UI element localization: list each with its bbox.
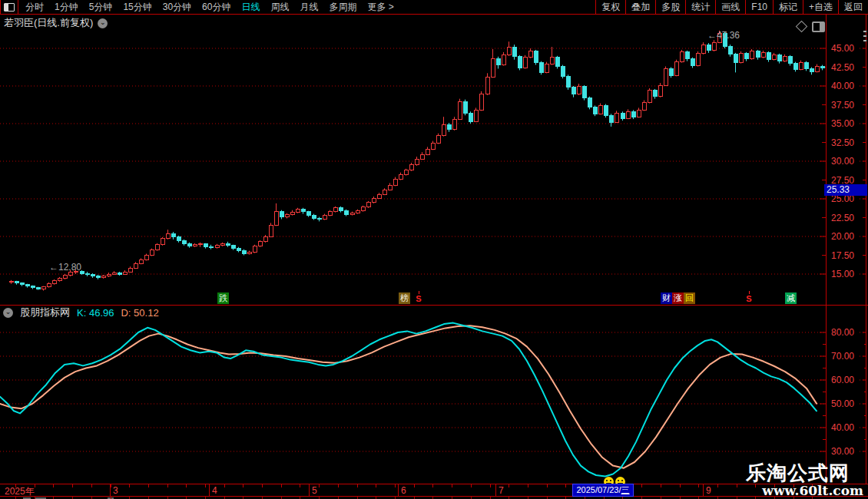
week-tick [565,484,566,487]
candle-up [393,180,397,186]
candle-down [777,55,781,61]
candle-down [463,102,467,114]
scroll-grip-dash[interactable] [863,31,866,32]
candle-down [539,63,543,73]
candle-down [231,246,235,249]
x-axis[interactable]: 2025年3456792025/07/23/三 [0,484,868,497]
week-tick [167,484,168,487]
signal-marker-s: S [745,291,753,304]
candle-up [815,67,819,72]
toolbar-button-统计[interactable]: 统计 [685,0,715,14]
watermark-site-url: www.60lt.com [762,483,863,498]
price-tick-label: 35.00 [831,118,866,129]
period-多周期[interactable]: 多周期 [329,1,356,14]
candle-down [555,58,559,67]
week-tick [91,484,92,487]
candle-up [328,212,332,216]
week-tick [452,484,452,487]
candle-down [339,208,343,211]
price-tick-label: 45.00 [831,43,866,54]
week-tick [148,484,149,487]
candle-up [253,246,257,253]
candle-down [756,51,760,58]
price-tag: 25.33 [824,184,867,196]
signal-marker-减: 减 [785,292,797,304]
stock-title[interactable]: 若羽臣(日线.前复权) [4,16,93,30]
candle-up [696,54,700,66]
candle-up [258,242,262,246]
week-tick [35,484,35,487]
toolbar-button-F10[interactable]: F10 [745,0,773,14]
candle-down [177,237,181,241]
candle-down [571,88,575,94]
candle-up [479,94,483,111]
candle-down [566,76,570,88]
toolbar-button-返回[interactable]: 返回 [838,0,868,14]
scroll-grip-dash[interactable] [863,35,866,37]
candle-down [804,63,808,69]
candle-down [691,59,694,66]
candle-up [350,213,354,215]
layout-panel-icon [4,3,15,12]
period-30分钟[interactable]: 30分钟 [163,1,191,14]
week-tick [509,484,509,487]
period-5分钟[interactable]: 5分钟 [89,1,113,14]
toolbar-button-叠加[interactable]: 叠加 [625,0,655,14]
period-15分钟[interactable]: 15分钟 [123,1,151,14]
candle-down [25,285,29,286]
indicator-name[interactable]: 股朋指标网 [20,306,70,319]
candle-up [323,216,326,220]
period-分时[interactable]: 分时 [25,1,44,14]
toolbar-button-画线[interactable]: 画线 [715,0,745,14]
price-annotation: ←12.80 [49,262,81,273]
period-60分钟[interactable]: 60分钟 [202,1,230,14]
candle-up [58,279,61,281]
week-tick [528,484,528,487]
chevron-down-icon[interactable]: ⌄ [98,18,108,28]
week-tick [338,484,339,487]
candle-up [420,154,424,159]
chart-title-row: 若羽臣(日线.前复权) ⌄ [4,16,108,30]
candle-up [388,185,392,190]
window-split-icon[interactable] [812,21,825,32]
chevron-down-icon[interactable]: ⌄ [3,308,13,318]
candle-down [312,216,316,219]
month-divider [703,484,704,496]
candle-up [101,276,105,278]
candle-up [415,159,419,165]
signal-marker-涨: 涨 [672,292,684,304]
period-menu: 分时1分钟5分钟15分钟30分钟60分钟日线周线月线多周期更多 > [18,1,394,14]
toolbar-button-复权[interactable]: 复权 [595,0,625,14]
layout-panel-button[interactable] [0,0,18,14]
candle-up [615,113,618,122]
period-周线[interactable]: 周线 [270,1,289,14]
toolbar-button-标记[interactable]: 标记 [773,0,803,14]
candle-up [155,245,159,250]
candle-down [512,47,516,57]
candle-down [91,275,94,276]
toolbar-button-多股[interactable]: 多股 [655,0,685,14]
period-更多 >[interactable]: 更多 > [367,1,393,14]
candle-up [63,276,67,279]
toolbar-actions: 复权叠加多股统计画线F10标记+自选返回 [595,0,868,14]
candle-up [452,119,456,130]
period-1分钟[interactable]: 1分钟 [55,1,78,14]
candle-up [637,110,641,117]
candle-down [707,45,711,51]
candle-down [242,251,246,254]
candle-up [458,102,462,120]
week-tick [698,484,699,487]
period-月线[interactable]: 月线 [300,1,318,14]
candle-up [507,47,511,55]
indicator-tick-label: 80.00 [831,327,866,338]
candle-up [372,198,376,203]
scroll-grip-dash[interactable] [863,40,866,41]
week-tick [243,484,244,487]
candle-up [485,77,489,94]
candle-down [728,46,732,55]
period-日线[interactable]: 日线 [241,1,260,14]
candle-down [496,59,500,65]
candle-down [469,113,472,121]
candle-up [166,233,170,239]
toolbar-button-+自选[interactable]: +自选 [803,0,838,14]
